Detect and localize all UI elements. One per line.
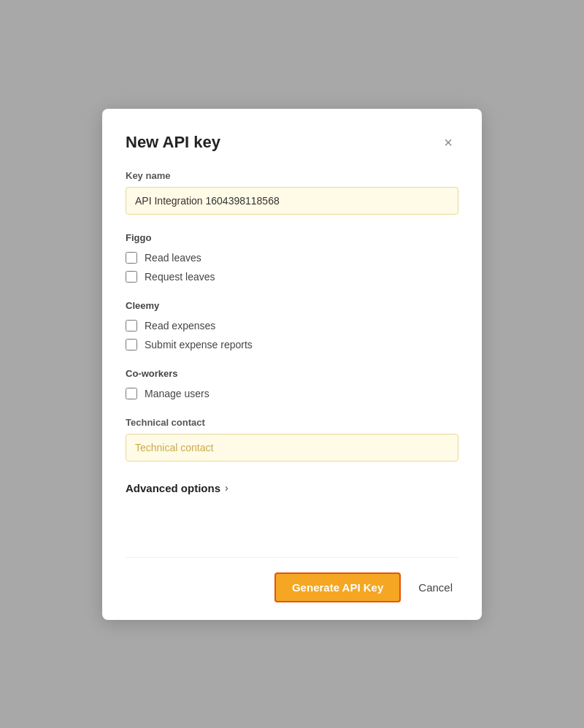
technical-contact-section: Technical contact bbox=[126, 417, 458, 461]
read-leaves-row: Read leaves bbox=[126, 252, 458, 264]
advanced-options-label: Advanced options bbox=[126, 482, 220, 494]
close-button[interactable]: × bbox=[438, 132, 458, 153]
request-leaves-row: Request leaves bbox=[126, 271, 458, 283]
submit-expense-reports-checkbox[interactable] bbox=[126, 339, 137, 350]
request-leaves-checkbox[interactable] bbox=[126, 271, 137, 283]
advanced-options-toggle[interactable]: Advanced options › bbox=[126, 482, 458, 494]
manage-users-checkbox[interactable] bbox=[126, 388, 137, 399]
key-name-input[interactable] bbox=[126, 187, 458, 215]
request-leaves-label[interactable]: Request leaves bbox=[145, 271, 215, 283]
modal-body: Key name Figgo Read leaves Request leave… bbox=[126, 170, 458, 557]
cancel-button[interactable]: Cancel bbox=[412, 574, 458, 601]
modal-dialog: New API key × Key name Figgo Read leaves… bbox=[102, 109, 482, 620]
modal-footer: Generate API Key Cancel bbox=[126, 557, 458, 620]
modal-overlay: New API key × Key name Figgo Read leaves… bbox=[0, 0, 584, 728]
technical-contact-label: Technical contact bbox=[126, 417, 458, 428]
modal-header: New API key × bbox=[126, 132, 458, 153]
figgo-section-title: Figgo bbox=[126, 232, 458, 243]
manage-users-row: Manage users bbox=[126, 388, 458, 399]
coworkers-section: Co-workers Manage users bbox=[126, 368, 458, 399]
coworkers-section-title: Co-workers bbox=[126, 368, 458, 379]
cleemy-section-title: Cleemy bbox=[126, 300, 458, 311]
read-expenses-checkbox[interactable] bbox=[126, 320, 137, 332]
manage-users-label[interactable]: Manage users bbox=[145, 388, 210, 399]
submit-expense-reports-label[interactable]: Submit expense reports bbox=[145, 339, 253, 350]
technical-contact-input[interactable] bbox=[126, 434, 458, 461]
cleemy-section: Cleemy Read expenses Submit expense repo… bbox=[126, 300, 458, 350]
figgo-section: Figgo Read leaves Request leaves bbox=[126, 232, 458, 283]
read-leaves-label[interactable]: Read leaves bbox=[145, 252, 201, 264]
modal-title: New API key bbox=[126, 133, 220, 152]
key-name-label: Key name bbox=[126, 170, 458, 181]
read-expenses-row: Read expenses bbox=[126, 320, 458, 332]
read-leaves-checkbox[interactable] bbox=[126, 252, 137, 264]
chevron-right-icon: › bbox=[225, 482, 228, 494]
key-name-field: Key name bbox=[126, 170, 458, 215]
generate-api-key-button[interactable]: Generate API Key bbox=[274, 572, 401, 602]
submit-expense-reports-row: Submit expense reports bbox=[126, 339, 458, 350]
read-expenses-label[interactable]: Read expenses bbox=[145, 320, 215, 332]
